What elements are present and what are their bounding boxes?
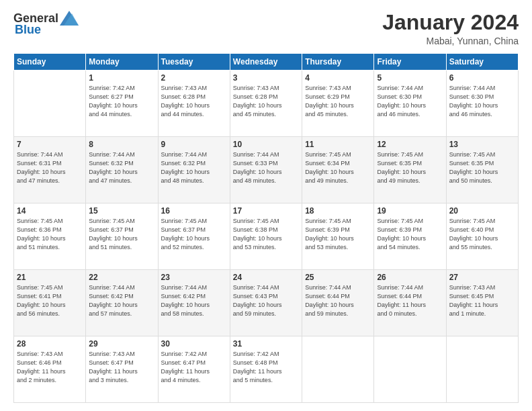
day-info: Sunrise: 7:43 AMSunset: 6:47 PMDaylight:… (89, 350, 154, 385)
day-info: Sunrise: 7:42 AMSunset: 6:27 PMDaylight:… (89, 84, 154, 119)
day-info: Sunrise: 7:43 AMSunset: 6:28 PMDaylight:… (233, 84, 299, 119)
day-number: 21 (17, 273, 83, 282)
day-number: 19 (377, 206, 443, 216)
day-info: Sunrise: 7:44 AMSunset: 6:42 PMDaylight:… (161, 283, 227, 318)
day-cell: 18Sunrise: 7:45 AMSunset: 6:39 PMDayligh… (302, 203, 374, 270)
day-number: 2 (161, 73, 227, 83)
day-cell (14, 71, 86, 137)
day-info: Sunrise: 7:44 AMSunset: 6:30 PMDaylight:… (449, 84, 515, 119)
day-cell: 19Sunrise: 7:45 AMSunset: 6:39 PMDayligh… (374, 203, 446, 270)
day-info: Sunrise: 7:44 AMSunset: 6:31 PMDaylight:… (17, 150, 83, 185)
day-number: 25 (305, 273, 371, 282)
day-number: 16 (161, 206, 227, 216)
day-cell: 5Sunrise: 7:44 AMSunset: 6:30 PMDaylight… (374, 71, 446, 137)
weekday-header-thursday: Thursday (302, 54, 374, 71)
day-info: Sunrise: 7:44 AMSunset: 6:30 PMDaylight:… (377, 84, 443, 119)
day-info: Sunrise: 7:44 AMSunset: 6:44 PMDaylight:… (305, 283, 371, 318)
day-number: 5 (377, 73, 443, 83)
calendar: SundayMondayTuesdayWednesdayThursdayFrid… (13, 53, 519, 403)
logo-blue-text: Blue (15, 23, 41, 37)
day-number: 9 (161, 140, 227, 149)
day-number: 10 (233, 140, 299, 149)
day-info: Sunrise: 7:45 AMSunset: 6:39 PMDaylight:… (305, 217, 371, 252)
weekday-header-friday: Friday (374, 54, 446, 71)
day-info: Sunrise: 7:45 AMSunset: 6:35 PMDaylight:… (377, 150, 443, 185)
day-cell: 12Sunrise: 7:45 AMSunset: 6:35 PMDayligh… (374, 137, 446, 203)
weekday-header-monday: Monday (86, 54, 158, 71)
day-cell (374, 336, 446, 403)
day-cell: 3Sunrise: 7:43 AMSunset: 6:28 PMDaylight… (230, 71, 302, 137)
day-cell (302, 336, 374, 403)
day-cell: 17Sunrise: 7:45 AMSunset: 6:38 PMDayligh… (230, 203, 302, 270)
day-info: Sunrise: 7:44 AMSunset: 6:33 PMDaylight:… (233, 150, 299, 185)
day-cell: 24Sunrise: 7:44 AMSunset: 6:43 PMDayligh… (230, 270, 302, 336)
day-info: Sunrise: 7:44 AMSunset: 6:32 PMDaylight:… (161, 150, 227, 185)
day-number: 29 (89, 339, 154, 349)
day-cell: 31Sunrise: 7:42 AMSunset: 6:48 PMDayligh… (230, 336, 302, 403)
day-info: Sunrise: 7:42 AMSunset: 6:48 PMDaylight:… (233, 350, 299, 385)
day-info: Sunrise: 7:44 AMSunset: 6:43 PMDaylight:… (233, 283, 299, 318)
day-number: 20 (449, 206, 515, 216)
day-info: Sunrise: 7:44 AMSunset: 6:32 PMDaylight:… (89, 150, 154, 185)
day-number: 28 (17, 339, 83, 349)
day-cell: 10Sunrise: 7:44 AMSunset: 6:33 PMDayligh… (230, 137, 302, 203)
page: General Blue January 2024 Mabai, Yunnan,… (0, 0, 532, 411)
day-cell: 6Sunrise: 7:44 AMSunset: 6:30 PMDaylight… (446, 71, 518, 137)
week-row-2: 14Sunrise: 7:45 AMSunset: 6:36 PMDayligh… (14, 203, 519, 270)
week-row-3: 21Sunrise: 7:45 AMSunset: 6:41 PMDayligh… (14, 270, 519, 336)
week-row-1: 7Sunrise: 7:44 AMSunset: 6:31 PMDaylight… (14, 137, 519, 203)
day-info: Sunrise: 7:45 AMSunset: 6:34 PMDaylight:… (305, 150, 371, 185)
month-title: January 2024 (382, 11, 519, 34)
day-info: Sunrise: 7:45 AMSunset: 6:41 PMDaylight:… (17, 283, 83, 318)
day-info: Sunrise: 7:45 AMSunset: 6:36 PMDaylight:… (17, 217, 83, 252)
day-info: Sunrise: 7:45 AMSunset: 6:37 PMDaylight:… (161, 217, 227, 252)
header: General Blue January 2024 Mabai, Yunnan,… (13, 11, 519, 46)
day-number: 26 (377, 273, 443, 282)
day-cell: 9Sunrise: 7:44 AMSunset: 6:32 PMDaylight… (158, 137, 230, 203)
day-info: Sunrise: 7:45 AMSunset: 6:35 PMDaylight:… (449, 150, 515, 185)
weekday-header-tuesday: Tuesday (158, 54, 230, 71)
day-number: 27 (449, 273, 515, 282)
location-title: Mabai, Yunnan, China (382, 36, 519, 46)
day-number: 7 (17, 140, 83, 149)
day-info: Sunrise: 7:43 AMSunset: 6:28 PMDaylight:… (161, 84, 227, 119)
day-cell: 23Sunrise: 7:44 AMSunset: 6:42 PMDayligh… (158, 270, 230, 336)
day-number: 30 (161, 339, 227, 349)
day-cell: 27Sunrise: 7:43 AMSunset: 6:45 PMDayligh… (446, 270, 518, 336)
day-info: Sunrise: 7:43 AMSunset: 6:46 PMDaylight:… (17, 350, 83, 385)
day-cell: 16Sunrise: 7:45 AMSunset: 6:37 PMDayligh… (158, 203, 230, 270)
day-cell: 8Sunrise: 7:44 AMSunset: 6:32 PMDaylight… (86, 137, 158, 203)
weekday-header-saturday: Saturday (446, 54, 518, 71)
day-info: Sunrise: 7:45 AMSunset: 6:39 PMDaylight:… (377, 217, 443, 252)
day-number: 31 (233, 339, 299, 349)
weekday-header-row: SundayMondayTuesdayWednesdayThursdayFrid… (14, 54, 519, 71)
day-number: 15 (89, 206, 154, 216)
week-row-4: 28Sunrise: 7:43 AMSunset: 6:46 PMDayligh… (14, 336, 519, 403)
day-cell: 22Sunrise: 7:44 AMSunset: 6:42 PMDayligh… (86, 270, 158, 336)
day-number: 17 (233, 206, 299, 216)
day-info: Sunrise: 7:45 AMSunset: 6:38 PMDaylight:… (233, 217, 299, 252)
day-cell: 1Sunrise: 7:42 AMSunset: 6:27 PMDaylight… (86, 71, 158, 137)
day-cell: 26Sunrise: 7:44 AMSunset: 6:44 PMDayligh… (374, 270, 446, 336)
day-number: 23 (161, 273, 227, 282)
day-info: Sunrise: 7:44 AMSunset: 6:44 PMDaylight:… (377, 283, 443, 318)
day-number: 14 (17, 206, 83, 216)
day-number: 11 (305, 140, 371, 149)
day-number: 6 (449, 73, 515, 83)
weekday-header-sunday: Sunday (14, 54, 86, 71)
day-number: 18 (305, 206, 371, 216)
day-number: 12 (377, 140, 443, 149)
day-cell: 25Sunrise: 7:44 AMSunset: 6:44 PMDayligh… (302, 270, 374, 336)
day-cell: 15Sunrise: 7:45 AMSunset: 6:37 PMDayligh… (86, 203, 158, 270)
day-cell: 29Sunrise: 7:43 AMSunset: 6:47 PMDayligh… (86, 336, 158, 403)
week-row-0: 1Sunrise: 7:42 AMSunset: 6:27 PMDaylight… (14, 71, 519, 137)
day-info: Sunrise: 7:42 AMSunset: 6:47 PMDaylight:… (161, 350, 227, 385)
day-number: 13 (449, 140, 515, 149)
day-cell (446, 336, 518, 403)
day-info: Sunrise: 7:44 AMSunset: 6:42 PMDaylight:… (89, 283, 154, 318)
day-info: Sunrise: 7:43 AMSunset: 6:29 PMDaylight:… (305, 84, 371, 119)
day-cell: 14Sunrise: 7:45 AMSunset: 6:36 PMDayligh… (14, 203, 86, 270)
day-cell: 28Sunrise: 7:43 AMSunset: 6:46 PMDayligh… (14, 336, 86, 403)
day-number: 24 (233, 273, 299, 282)
day-number: 3 (233, 73, 299, 83)
